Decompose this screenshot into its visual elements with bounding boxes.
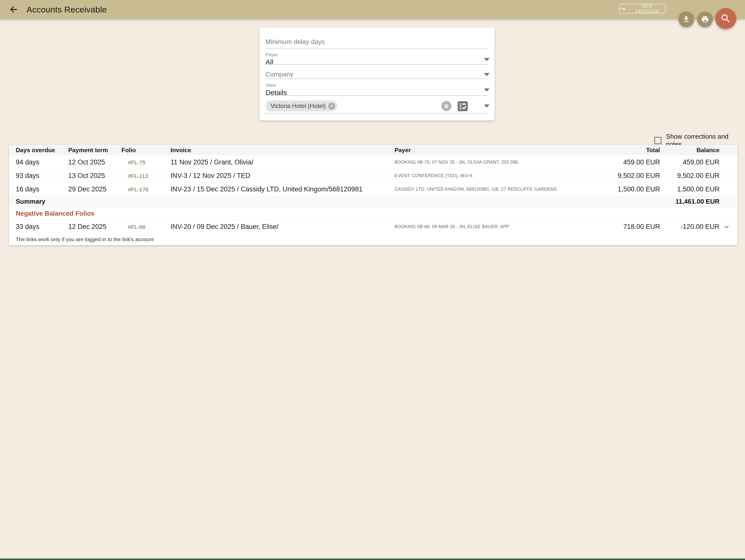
folio-link[interactable]: #FL-176 xyxy=(122,187,149,193)
cell-invoice: INV-23 / 15 Dec 2025 / Cassidy LTD, Unit… xyxy=(170,186,394,193)
column-header-payment-term: Payment term xyxy=(68,147,122,154)
cell-invoice: INV-3 / 12 Nov 2025 / TED xyxy=(170,172,394,180)
cell-days-overdue: 16 days xyxy=(16,186,68,193)
download-button[interactable] xyxy=(679,11,694,27)
summary-label: Summary xyxy=(16,198,610,205)
cell-payment-term: 13 Oct 2025 xyxy=(68,172,122,180)
page-title: Accounts Receivable xyxy=(27,5,107,14)
hotel-chip-label: Victoria Hotel (Hotel) xyxy=(270,102,326,109)
summary-balance: 11,461.00 EUR xyxy=(660,198,719,205)
column-header-invoice: Invoice xyxy=(170,147,394,154)
cell-total: 718.00 EUR xyxy=(610,223,660,231)
cell-payment-term: 29 Dec 2025 xyxy=(68,186,122,193)
table-header-row: Days overdue Payment term Folio Invoice … xyxy=(9,145,738,156)
cell-days-overdue: 33 days xyxy=(16,223,68,231)
select-list-button[interactable] xyxy=(458,101,468,111)
payer-field-label: Payer xyxy=(265,52,278,58)
cell-total: 9,502.00 EUR xyxy=(610,172,660,180)
view-field-label: View xyxy=(265,83,287,88)
cell-days-overdue: 93 days xyxy=(16,172,68,180)
download-icon xyxy=(682,15,690,23)
accounts-receivable-table: Days overdue Payment term Folio Invoice … xyxy=(9,145,738,245)
chip-remove-icon[interactable]: ✕ xyxy=(328,103,335,109)
cell-invoice: 11 Nov 2025 / Grant, Olivia/ xyxy=(170,158,394,166)
column-header-balance: Balance xyxy=(660,147,719,154)
cell-balance: 1,500.00 EUR xyxy=(660,186,719,193)
dropdown-arrow-icon[interactable] xyxy=(484,104,489,108)
search-fab[interactable] xyxy=(715,8,736,29)
payer-field-value: All xyxy=(265,58,278,66)
field-underline xyxy=(265,113,488,113)
column-header-payer: Payer xyxy=(394,147,610,154)
filter-card: Minimum delay days Payer All Company Vie… xyxy=(259,28,494,121)
dropdown-arrow-icon[interactable] xyxy=(484,58,489,61)
negative-section-label: Negative Balanced Folios xyxy=(16,210,610,218)
table-row[interactable]: 93 days 13 Oct 2025 #FL-113 INV-3 / 12 N… xyxy=(16,169,731,183)
old-version-label: OLD VERSION xyxy=(629,3,665,14)
back-button[interactable] xyxy=(7,3,20,15)
view-select[interactable]: View Details xyxy=(265,83,287,97)
folio-link[interactable]: #FL-113 xyxy=(122,173,148,179)
dropdown-arrow-icon[interactable] xyxy=(484,73,489,76)
table-row[interactable]: 94 days 12 Oct 2025 #FL-75 11 Nov 2025 /… xyxy=(16,156,731,169)
hotel-chip[interactable]: Victoria Hotel (Hotel) ✕ xyxy=(265,100,337,111)
arrow-left-icon xyxy=(8,4,19,14)
cell-payer: BOOKING #B-75: 07 NOV 25 - 3N, OLIVIA GR… xyxy=(394,160,610,165)
minimum-delay-days-input[interactable]: Minimum delay days xyxy=(265,38,325,46)
app-bar: Accounts Receivable OLD VERSION xyxy=(0,0,745,19)
table-row[interactable]: 33 days 12 Dec 2025 #FL-66 INV-20 / 09 D… xyxy=(16,220,731,233)
table-row[interactable]: 16 days 29 Dec 2025 #FL-176 INV-23 / 15 … xyxy=(16,183,731,196)
column-header-total: Total xyxy=(610,147,660,154)
redo-arrow-icon xyxy=(619,6,625,12)
cell-payment-term: 12 Dec 2025 xyxy=(68,223,122,231)
cell-balance: 459.00 EUR xyxy=(660,158,719,166)
cell-balance: -120.00 EUR xyxy=(660,223,719,231)
cell-total: 1,500.00 EUR xyxy=(610,186,660,193)
table-footer-note: The links work only if you are logged in… xyxy=(16,233,731,245)
expand-row-button[interactable] xyxy=(719,223,731,231)
folio-link[interactable]: #FL-75 xyxy=(122,159,145,166)
column-header-days-overdue: Days overdue xyxy=(16,147,68,154)
dropdown-arrow-icon[interactable] xyxy=(484,89,489,92)
cell-payer: EVENT: CONFERENCE (TED), #EV-6 xyxy=(394,173,610,178)
close-icon: ✕ xyxy=(444,103,449,109)
cell-payer: BOOKING #B-66: 09 MAR 26 - 3N, ELISE BAU… xyxy=(394,224,610,229)
cell-invoice: INV-20 / 09 Dec 2025 / Bauer, Elise/ xyxy=(170,223,394,231)
column-header-folio: Folio xyxy=(122,147,170,154)
negative-section-row: Negative Balanced Folios xyxy=(16,207,731,220)
search-icon xyxy=(720,13,731,24)
cell-balance: 9,502.00 EUR xyxy=(660,172,719,180)
show-corrections-checkbox[interactable] xyxy=(654,137,661,144)
cell-days-overdue: 94 days xyxy=(16,158,68,166)
printer-icon xyxy=(701,15,709,23)
bottom-bar xyxy=(0,559,745,560)
folio-link[interactable]: #FL-66 xyxy=(122,224,145,230)
clear-selection-button[interactable]: ✕ xyxy=(441,101,452,111)
chevron-down-icon xyxy=(722,223,731,231)
company-select[interactable]: Company xyxy=(265,70,293,78)
list-check-icon xyxy=(458,101,468,111)
old-version-button[interactable]: OLD VERSION xyxy=(619,4,666,13)
print-button[interactable] xyxy=(697,11,713,27)
field-underline xyxy=(265,95,488,96)
cell-payer: CASSIDY LTD, UNITED KINGOM, 568120981, G… xyxy=(394,187,610,192)
summary-row: Summary 11,461.00 EUR xyxy=(9,196,738,207)
cell-total: 459.00 EUR xyxy=(610,158,660,166)
cell-payment-term: 12 Oct 2025 xyxy=(68,158,122,166)
